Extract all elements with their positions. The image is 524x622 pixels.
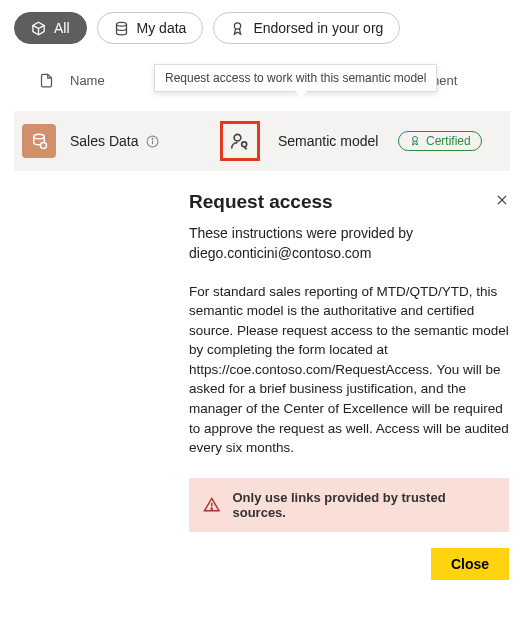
svg-point-6 [153,138,154,139]
filter-my-data-label: My data [137,20,187,36]
warning-banner: Only use links provided by trusted sourc… [189,478,509,532]
filter-my-data[interactable]: My data [97,12,204,44]
svg-point-13 [211,508,212,509]
provided-by-email: diego.conticini@contoso.com [189,245,371,261]
ribbon-icon [230,21,245,36]
endorsement-badge-label: Certified [426,134,471,148]
filter-all[interactable]: All [14,12,87,44]
svg-point-9 [413,137,418,142]
warning-icon [203,496,220,514]
dataset-name-cell: Sales Data [70,133,220,149]
datasets-table: Name Type Endorsement Request access to … [14,66,510,171]
close-button[interactable]: Close [431,548,509,580]
filter-row: All My data Endorsed in your org [14,12,510,44]
certified-icon [409,135,421,147]
dataset-glyph-icon [30,132,48,150]
svg-point-3 [41,143,47,149]
endorsement-badge: Certified [398,131,482,151]
request-access-button[interactable] [220,121,260,161]
instructions-body: For standard sales reporting of MTD/QTD/… [189,282,509,458]
filter-endorsed[interactable]: Endorsed in your org [213,12,400,44]
svg-point-2 [34,134,45,139]
table-header: Name Type Endorsement Request access to … [14,66,510,95]
filter-endorsed-label: Endorsed in your org [253,20,383,36]
dataset-name: Sales Data [70,133,138,149]
file-column-icon [22,72,70,89]
dataset-icon [22,124,56,158]
close-icon[interactable] [495,193,509,211]
svg-point-8 [242,142,247,147]
filter-all-label: All [54,20,70,36]
info-icon[interactable] [146,135,159,148]
dataset-type: Semantic model [278,133,398,149]
svg-point-7 [234,134,241,141]
cube-icon [31,21,46,36]
svg-point-1 [235,22,241,28]
request-access-icon [230,131,250,151]
panel-title: Request access [189,191,509,213]
table-row[interactable]: Sales Data Semantic model Certified [14,111,510,171]
request-access-panel: Request access These instructions were p… [189,191,509,580]
svg-point-0 [116,22,126,26]
panel-actions: Close [189,548,509,580]
request-access-tooltip: Request access to work with this semanti… [154,64,437,92]
provided-by-line1: These instructions were provided by [189,225,413,241]
provided-by: These instructions were provided by dieg… [189,223,509,264]
database-icon [114,21,129,36]
file-icon [39,72,54,89]
warning-text: Only use links provided by trusted sourc… [232,490,495,520]
